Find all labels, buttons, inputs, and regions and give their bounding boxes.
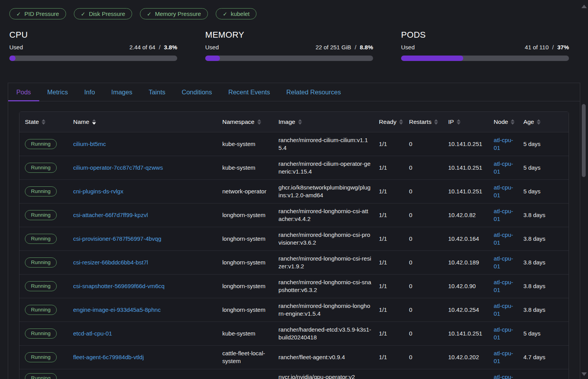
column-header-namespace[interactable]: Namespace <box>222 118 261 125</box>
condition-disk-pressure: ✓ Disk Pressure <box>74 8 132 19</box>
namespace-cell: kube-system <box>218 156 274 179</box>
scroll-down-arrow-icon[interactable] <box>581 372 587 376</box>
column-header-state[interactable]: State <box>25 118 45 125</box>
ip-cell: 10.42.0.189 <box>443 250 489 274</box>
ready-cell: 1/1 <box>374 345 404 369</box>
vertical-scrollbar[interactable] <box>580 0 587 379</box>
gauge-amount: 22 of 251 GiB <box>316 44 351 50</box>
condition-kubelet: ✓ kubelet <box>216 8 256 19</box>
memory-progress-bar <box>205 56 373 61</box>
node-link[interactable]: atl-cpu-01 <box>494 350 513 364</box>
node-link[interactable]: atl-cpu-01 <box>494 208 513 222</box>
state-badge: Running <box>25 305 57 315</box>
scroll-up-arrow-icon[interactable] <box>581 5 587 8</box>
pod-name-link[interactable]: csi-resizer-66bddc6bb4-bst7l <box>73 259 148 266</box>
pod-name-link[interactable]: fleet-agent-6c79984db-vtldj <box>73 354 144 360</box>
cpu-gauge: CPU Used 2.44 of 64 / 3.8% <box>9 30 177 61</box>
pods-progress-bar <box>401 56 569 61</box>
ip-cell <box>443 369 489 379</box>
state-badge: Running <box>25 163 57 173</box>
pod-name-link[interactable]: csi-attacher-66f7d7ff99-kpzvl <box>73 212 148 218</box>
age-cell: 5 days <box>519 156 569 179</box>
namespace-cell: longhorn-system <box>218 203 274 227</box>
ready-cell: 1/1 <box>374 156 404 179</box>
image-cell: rancher/mirrored-longhornio-csi-resizer:… <box>274 250 375 274</box>
restarts-cell: 0 <box>404 179 443 203</box>
tab-recent-events[interactable]: Recent Events <box>220 83 278 101</box>
column-header-ready[interactable]: Ready <box>379 118 403 125</box>
gauge-percent: 8.8% <box>360 44 373 50</box>
tab-strip: Pods Metrics Info Images Taints Conditio… <box>8 83 580 101</box>
node-conditions: ✓ PID Pressure ✓ Disk Pressure ✓ Memory … <box>9 8 588 19</box>
pod-name-link[interactable]: csi-provisioner-6787f56997-4bvqg <box>73 235 161 242</box>
pod-name-link[interactable]: cilium-bt5mc <box>73 141 106 147</box>
namespace-cell: longhorn-system <box>218 250 274 274</box>
ready-cell: 1/1 <box>374 274 404 298</box>
node-link[interactable]: atl-cpu-01 <box>494 326 513 341</box>
sort-icon <box>42 119 45 125</box>
pod-name-link[interactable]: etcd-atl-cpu-01 <box>73 330 112 337</box>
node-link[interactable]: atl-cpu-01 <box>494 231 513 246</box>
restarts-cell: 0 <box>404 274 443 298</box>
restarts-cell: 0 <box>404 298 443 322</box>
pod-name-link[interactable]: engine-image-ei-933d45a5-8phnc <box>73 306 161 313</box>
age-cell: 3.8 days <box>519 227 569 250</box>
column-header-ip[interactable]: IP <box>448 118 461 125</box>
namespace-cell: longhorn-system <box>218 274 274 298</box>
tab-info[interactable]: Info <box>76 83 103 101</box>
cpu-progress-bar <box>9 56 177 61</box>
tab-metrics[interactable]: Metrics <box>39 83 76 101</box>
restarts-cell: 0 <box>404 227 443 250</box>
scrollbar-thumb[interactable] <box>582 104 586 177</box>
memory-progress-fill <box>205 56 220 61</box>
node-detail-page: ✓ PID Pressure ✓ Disk Pressure ✓ Memory … <box>0 0 588 379</box>
condition-label: PID Pressure <box>24 10 59 17</box>
tab-related-resources[interactable]: Related Resources <box>278 83 349 101</box>
ip-cell: 10.42.0.254 <box>443 298 489 322</box>
ip-cell: 10.42.0.202 <box>443 345 489 369</box>
gauge-amount: 2.44 of 64 <box>129 44 155 50</box>
namespace-cell: kube-system <box>218 132 274 156</box>
tab-conditions[interactable]: Conditions <box>174 83 220 101</box>
node-link[interactable]: atl-cpu-01 <box>494 279 513 293</box>
ip-cell: 10.141.0.251 <box>443 132 489 156</box>
node-link[interactable]: atl-cpu-01 <box>494 374 513 379</box>
age-cell <box>519 369 569 379</box>
pods-progress-fill <box>401 56 463 61</box>
sort-icon <box>257 119 261 125</box>
namespace-cell: kube-system <box>218 322 274 345</box>
ready-cell: 1/1 <box>374 250 404 274</box>
ip-cell: 10.141.0.251 <box>443 156 489 179</box>
pod-name-link[interactable]: csi-snapshotter-569699f66d-vm6cq <box>73 283 164 289</box>
table-row: Running csi-snapshotter-569699f66d-vm6cq… <box>19 274 569 298</box>
age-cell: 5 days <box>519 322 569 345</box>
column-header-node[interactable]: Node <box>494 118 515 125</box>
ready-cell: 1/1 <box>374 203 404 227</box>
state-badge: Running <box>25 281 57 291</box>
node-link[interactable]: atl-cpu-01 <box>494 137 513 151</box>
ip-cell: 10.42.0.82 <box>443 203 489 227</box>
pods-table-body: Running cilium-bt5mc kube-system rancher… <box>19 132 569 379</box>
node-link[interactable]: atl-cpu-01 <box>494 160 513 175</box>
node-link[interactable]: atl-cpu-01 <box>494 303 513 317</box>
column-header-image[interactable]: Image <box>279 118 302 125</box>
image-cell: rancher/mirrored-longhornio-csi-snapshot… <box>274 274 375 298</box>
pod-name-link[interactable]: cilium-operator-7cc87c7fd7-qzwws <box>73 164 163 171</box>
node-link[interactable]: atl-cpu-01 <box>494 184 513 198</box>
pod-name-link[interactable]: cni-plugins-ds-rvlgx <box>73 188 123 195</box>
ip-cell: 10.42.0.90 <box>443 274 489 298</box>
pods-gauge: PODS Used 41 of 110 / 37% <box>401 30 569 61</box>
tab-images[interactable]: Images <box>103 83 140 101</box>
node-link[interactable]: atl-cpu-01 <box>494 255 513 269</box>
column-header-restarts[interactable]: Restarts <box>409 118 438 125</box>
column-header-age[interactable]: Age <box>523 118 541 125</box>
state-badge: Running <box>25 352 57 362</box>
tab-pods[interactable]: Pods <box>8 83 39 101</box>
detail-tab-panel: Pods Metrics Info Images Taints Conditio… <box>8 83 580 379</box>
cpu-progress-fill <box>9 56 16 61</box>
table-row: Running csi-attacher-66f7d7ff99-kpzvl lo… <box>19 203 569 227</box>
age-cell: 3.8 days <box>519 203 569 227</box>
table-row: Running csi-provisioner-6787f56997-4bvqg… <box>19 227 569 250</box>
tab-taints[interactable]: Taints <box>140 83 173 101</box>
column-header-name[interactable]: Name <box>73 118 96 125</box>
